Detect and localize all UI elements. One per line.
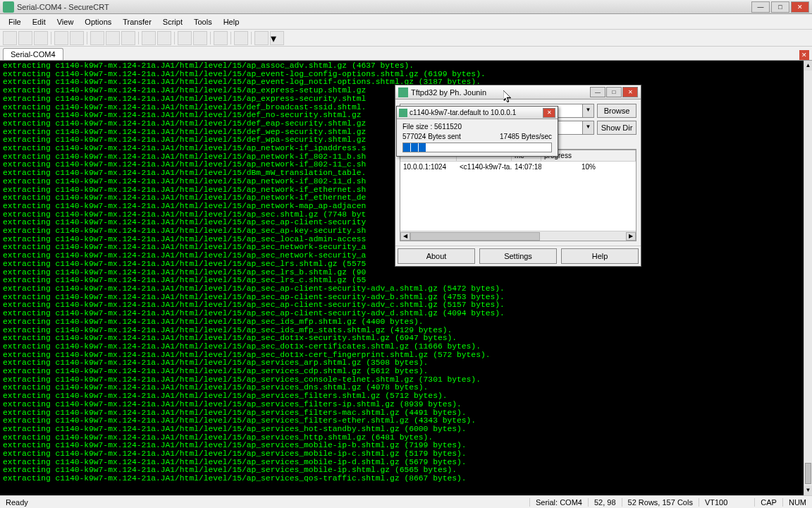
maximize-button[interactable]: □ (771, 1, 789, 13)
menu-view[interactable]: View (51, 16, 80, 28)
status-vt: VT100 (699, 498, 733, 507)
tftp-dir-dropdown-icon[interactable]: ▼ (583, 104, 594, 118)
tftpd32-titlebar[interactable]: Tftpd32 by Ph. Jounin — □ ✕ (395, 85, 641, 99)
progress-titlebar[interactable]: c1140-k9w7-tar.default to 10.0.0.1 ✕ (397, 107, 558, 119)
menu-file[interactable]: File (3, 16, 27, 28)
tool-sftp-icon[interactable] (254, 31, 269, 45)
progress-bar (402, 143, 552, 152)
tftp-scroll-thumb[interactable] (410, 232, 540, 241)
tool-newtab-icon[interactable] (70, 31, 84, 45)
tftp-cell-progress: 10% (541, 162, 636, 172)
progress-title: c1140-k9w7-tar.default to 10.0.0.1 (410, 109, 543, 116)
status-port: Serial: COM4 (529, 498, 588, 507)
tftp-horizontal-scrollbar[interactable]: ◀ ▶ (400, 231, 636, 241)
tftpd32-title: Tftpd32 by Ph. Jounin (411, 88, 589, 97)
status-cap: CAP (754, 498, 782, 507)
tool-dropdown-icon[interactable]: ▾ (270, 31, 284, 45)
tab-close-button[interactable]: ✕ (799, 50, 809, 60)
progress-sent: 577024 Bytes sent (402, 133, 461, 140)
tftp-server-dropdown-icon[interactable]: ▼ (583, 121, 594, 135)
progress-filesize: File size : 5611520 (402, 123, 462, 131)
tool-sessionopts-icon[interactable] (193, 31, 207, 45)
tool-quickconnect-icon[interactable] (18, 31, 32, 45)
menu-script[interactable]: Script (157, 16, 188, 28)
tool-paste-icon[interactable] (106, 31, 120, 45)
tftp-cell-peer: 10.0.0.1:1024 (400, 162, 457, 172)
menu-options[interactable]: Options (79, 16, 117, 28)
menu-edit[interactable]: Edit (27, 16, 51, 28)
transfer-progress-window[interactable]: c1140-k9w7-tar.default to 10.0.0.1 ✕ Fil… (396, 106, 558, 157)
tftp-cell-time: 14:07:18 (512, 162, 541, 172)
tool-print-icon[interactable] (142, 31, 156, 45)
progress-close-button[interactable]: ✕ (543, 108, 555, 118)
statusbar: Ready Serial: COM4 52, 98 52 Rows, 157 C… (0, 495, 812, 508)
tftpd32-icon (398, 87, 408, 97)
menu-help[interactable]: Help (218, 16, 245, 28)
scroll-up-icon[interactable]: ▲ (804, 61, 812, 71)
window-title: Serial-COM4 - SecureCRT (17, 3, 751, 11)
tftp-scroll-left-icon[interactable]: ◀ (400, 232, 410, 241)
tftp-close-button[interactable]: ✕ (622, 87, 638, 97)
tftp-transfer-list[interactable]: me progress 10.0.0.1:1024 <c1140-k9w7-ta… (400, 150, 636, 241)
main-titlebar[interactable]: Serial-COM4 - SecureCRT — □ ✕ (0, 0, 812, 14)
menu-transfer[interactable]: Transfer (117, 16, 157, 28)
session-tab[interactable]: Serial-COM4 (3, 48, 63, 60)
toolbar: ▾ (0, 30, 812, 47)
tftp-minimize-button[interactable]: — (590, 87, 605, 97)
browse-button[interactable]: Browse (597, 104, 636, 118)
tabbar: Serial-COM4 ✕ (0, 47, 812, 61)
scroll-thumb[interactable] (805, 463, 811, 484)
status-size: 52 Rows, 157 Cols (622, 498, 699, 507)
tool-options-icon[interactable] (178, 31, 192, 45)
menubar: File Edit View Options Transfer Script T… (0, 14, 812, 30)
progress-icon (399, 109, 407, 117)
progress-rate: 17485 Bytes/sec (500, 133, 552, 140)
minimize-button[interactable]: — (751, 1, 770, 13)
help-button[interactable]: Help (561, 248, 639, 264)
status-ready: Ready (0, 498, 529, 507)
showdir-button[interactable]: Show Dir (597, 121, 636, 135)
app-icon (3, 1, 14, 13)
status-pos: 52, 98 (588, 498, 622, 507)
tool-printscreen-icon[interactable] (157, 31, 171, 45)
tool-globe-icon[interactable] (234, 31, 248, 45)
tftp-scroll-right-icon[interactable]: ▶ (626, 232, 636, 241)
tool-disconnect-icon[interactable] (54, 31, 68, 45)
vertical-scrollbar[interactable]: ▲ ▼ (804, 61, 812, 495)
status-num: NUM (782, 498, 812, 507)
scroll-down-icon[interactable]: ▼ (804, 485, 812, 495)
tftp-maximize-button[interactable]: □ (606, 87, 622, 97)
about-button[interactable]: About (398, 248, 475, 264)
close-button[interactable]: ✕ (791, 1, 809, 13)
tool-find-icon[interactable] (121, 31, 135, 45)
tool-help-icon[interactable] (214, 31, 228, 45)
tool-reconnect-icon[interactable] (34, 31, 48, 45)
tool-connect-icon[interactable] (3, 31, 17, 45)
tool-copy-icon[interactable] (90, 31, 104, 45)
menu-tools[interactable]: Tools (188, 16, 218, 28)
tftp-cell-file: <c1140-k9w7-ta.. (457, 162, 512, 172)
settings-button[interactable]: Settings (479, 248, 557, 264)
tftp-list-row[interactable]: 10.0.0.1:1024 <c1140-k9w7-ta.. 14:07:18 … (400, 162, 636, 172)
